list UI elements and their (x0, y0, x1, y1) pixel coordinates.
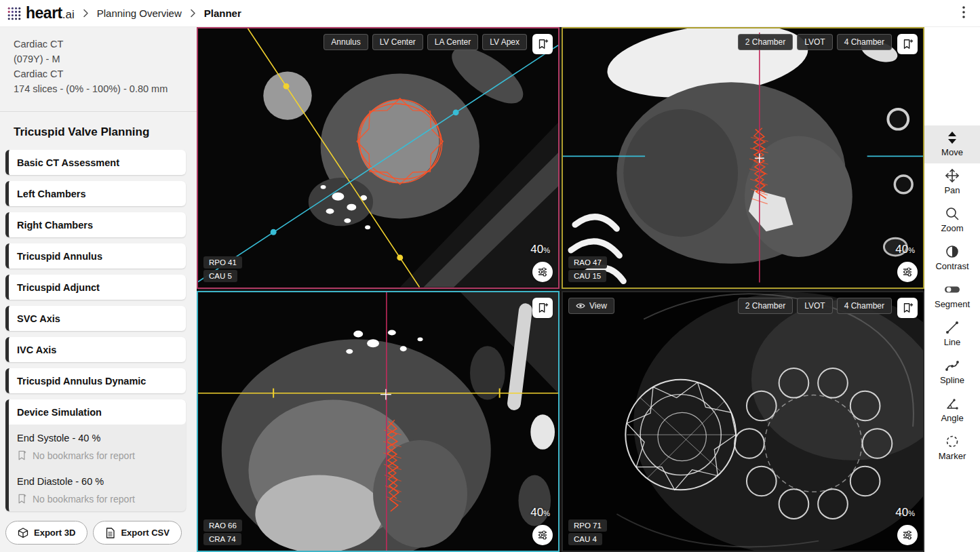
orientation-readout: RAO 66 CRA 74 (203, 519, 242, 545)
tools-toolbar: Move Pan Zoom Contrast Segment Line (924, 27, 980, 552)
patient-series: Cardiac CT (14, 66, 183, 81)
bookmark-add-icon (901, 38, 914, 50)
export-3d-button[interactable]: Export 3D (5, 521, 87, 545)
step-tricuspid-annulus-dynamic[interactable]: Tricuspid Annulus Dynamic (5, 368, 186, 393)
ct-scene-short-axis[interactable] (198, 292, 558, 551)
sliders-icon (902, 530, 913, 540)
step-label: Tricuspid Adjunct (17, 282, 100, 293)
tag-2-chamber[interactable]: 2 Chamber (738, 34, 793, 50)
tool-label: Move (941, 147, 963, 157)
tag-lvot[interactable]: LVOT (797, 298, 832, 314)
tool-zoom[interactable]: Zoom (924, 201, 980, 239)
main-layout: Cardiac CT (079Y) - M Cardiac CT 174 sli… (0, 27, 980, 552)
bookmark-add-button[interactable] (897, 34, 918, 54)
logo-text: heart.ai (26, 4, 75, 22)
top-bar: heart.ai Planning Overview Planner (0, 0, 980, 27)
bookmark-add-button[interactable] (532, 34, 553, 54)
orientation-line-2: CAU 5 (203, 270, 237, 282)
tool-pan[interactable]: Pan (924, 163, 980, 201)
tool-spline[interactable]: Spline (924, 353, 980, 391)
logo-text-primary: heart (26, 4, 62, 22)
step-svc-axis[interactable]: SVC Axis (5, 306, 186, 331)
phase-value: 40 (530, 243, 543, 256)
view-badge-label: View (589, 301, 607, 311)
tag-la-center[interactable]: LA Center (427, 34, 478, 50)
tag-2-chamber[interactable]: 2 Chamber (738, 298, 793, 314)
ct-scene-long-axis[interactable] (563, 28, 923, 288)
step-label: IVC Axis (17, 344, 56, 355)
tag-4-chamber[interactable]: 4 Chamber (837, 34, 892, 50)
viewport-top-left[interactable]: Annulus LV Center LA Center LV Apex RPO … (197, 27, 560, 289)
bookmark-note-text: No bookmarks for report (33, 450, 135, 461)
tool-label: Angle (941, 413, 963, 423)
app-logo[interactable]: heart.ai (7, 4, 75, 22)
step-left-chambers[interactable]: Left Chambers (5, 181, 186, 206)
kebab-menu-icon[interactable] (958, 3, 969, 24)
step-device-simulation[interactable]: Device Simulation (9, 399, 186, 425)
spline-icon (945, 358, 960, 373)
phase-value: 40 (530, 506, 543, 519)
ct-scene-axial[interactable] (198, 28, 558, 288)
step-basic-ct-assessment[interactable]: Basic CT Assessment (5, 150, 186, 175)
viewport-bottom-left[interactable]: RAO 66 CRA 74 40% (197, 291, 560, 552)
step-label: Tricuspid Annulus Dynamic (17, 376, 146, 387)
tag-lvot[interactable]: LVOT (797, 34, 832, 50)
window-level-button[interactable] (532, 525, 553, 545)
tool-marker[interactable]: Marker (924, 429, 980, 467)
sliders-icon (537, 267, 548, 277)
phase-end-systole[interactable]: End Systole - 40 % (9, 425, 186, 445)
view-badge[interactable]: View (568, 298, 614, 314)
step-right-chambers[interactable]: Right Chambers (5, 212, 186, 237)
window-level-button[interactable] (532, 262, 553, 282)
export-3d-icon (18, 528, 28, 538)
step-tricuspid-adjunct[interactable]: Tricuspid Adjunct (5, 275, 186, 300)
bookmark-add-icon (536, 302, 549, 314)
phase-unit: % (543, 246, 550, 254)
tool-contrast[interactable]: Contrast (924, 239, 980, 277)
orientation-line-2: CRA 74 (203, 533, 241, 545)
orientation-readout: RPO 41 CAU 5 (203, 256, 242, 282)
tag-annulus[interactable]: Annulus (324, 34, 368, 50)
phase-unit: % (908, 509, 915, 517)
tag-lv-center[interactable]: LV Center (372, 34, 423, 50)
bookmark-add-button[interactable] (532, 298, 553, 318)
viewport-grid: Annulus LV Center LA Center LV Apex RPO … (197, 27, 924, 552)
viewport-tags: 2 Chamber LVOT 4 Chamber (738, 298, 892, 314)
export-csv-icon (105, 528, 115, 538)
tool-line[interactable]: Line (924, 315, 980, 353)
phase-end-diastole[interactable]: End Diastole - 60 % (9, 468, 186, 488)
orientation-line-1: RAO 47 (568, 256, 607, 269)
volume-render-scene[interactable] (563, 292, 923, 551)
export-csv-label: Export CSV (121, 528, 170, 538)
tool-move[interactable]: Move (924, 125, 980, 163)
breadcrumb-planner[interactable]: Planner (204, 7, 241, 19)
patient-study: Cardiac CT (14, 37, 183, 52)
tool-angle[interactable]: Angle (924, 391, 980, 429)
breadcrumb-planning-overview[interactable]: Planning Overview (97, 7, 182, 19)
step-ivc-axis[interactable]: IVC Axis (5, 337, 186, 362)
patient-demographics: (079Y) - M (14, 52, 183, 66)
sliders-icon (537, 530, 548, 540)
bookmark-note-text: No bookmarks for report (33, 494, 135, 505)
bookmark-icon (17, 493, 26, 505)
move-icon (945, 130, 960, 145)
logo-dot-grid-icon (7, 6, 22, 21)
zoom-icon (945, 206, 960, 221)
export-csv-button[interactable]: Export CSV (93, 521, 182, 545)
window-level-button[interactable] (897, 525, 918, 545)
step-tricuspid-annulus[interactable]: Tricuspid Annulus (5, 243, 186, 269)
bookmark-note-row: No bookmarks for report (9, 488, 186, 511)
viewport-top-right[interactable]: 2 Chamber LVOT 4 Chamber RAO 47 CAU 15 4… (562, 27, 924, 289)
tag-4-chamber[interactable]: 4 Chamber (837, 298, 892, 314)
viewport-bottom-right[interactable]: View 2 Chamber LVOT 4 Chamber RPO 71 CAU… (562, 291, 924, 552)
tag-lv-apex[interactable]: LV Apex (482, 34, 527, 50)
phase-unit: % (908, 246, 915, 254)
viewport-tags: Annulus LV Center LA Center LV Apex (324, 34, 527, 50)
bookmark-add-button[interactable] (897, 298, 918, 318)
window-level-button[interactable] (897, 262, 918, 282)
segment-toggle-icon (943, 282, 961, 297)
step-label: Left Chambers (17, 189, 86, 199)
sidebar: Cardiac CT (079Y) - M Cardiac CT 174 sli… (0, 27, 197, 552)
tool-segment[interactable]: Segment (924, 277, 980, 315)
export-3d-label: Export 3D (34, 528, 75, 538)
